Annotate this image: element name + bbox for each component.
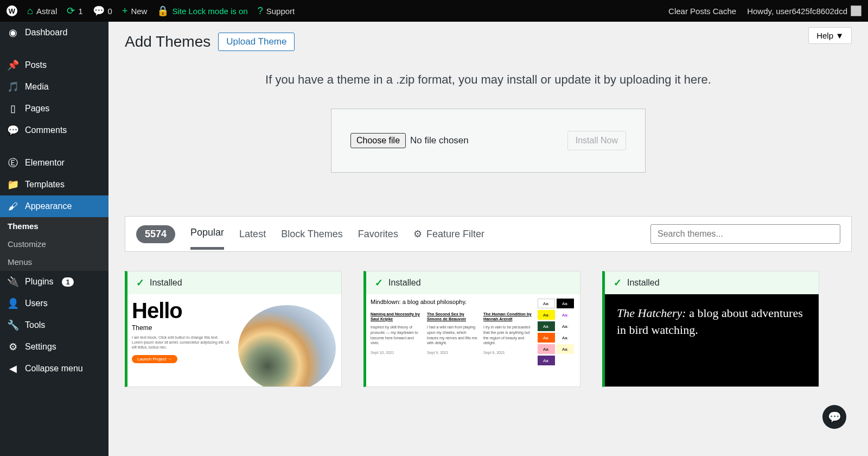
sidebar-item-pages[interactable]: ▯ Pages xyxy=(0,98,108,119)
preview-text: I am text block. Click edit button to ch… xyxy=(132,335,229,350)
sidebar-label: Tools xyxy=(25,320,45,330)
check-icon: ✓ xyxy=(614,277,622,289)
theme-card[interactable]: ✓ Installed Mindblown: a blog about phil… xyxy=(363,271,580,387)
theme-preview: Hello Theme I am text block. Click edit … xyxy=(127,294,341,387)
sidebar-item-posts[interactable]: 📌 Posts xyxy=(0,54,108,76)
clear-cache-label: Clear Posts Cache xyxy=(668,7,736,16)
preview-button: Launch Project → xyxy=(132,355,177,363)
feature-filter-label: Feature Filter xyxy=(426,229,484,240)
sidebar-item-media[interactable]: 🎵 Media xyxy=(0,76,108,98)
sidebar-item-templates[interactable]: 📁 Templates xyxy=(0,174,108,195)
help-label: Help xyxy=(816,31,833,40)
chat-icon: 💬 xyxy=(828,410,841,423)
sidebar-item-dashboard[interactable]: ◉ Dashboard xyxy=(0,22,108,43)
preview-title-italic: The Hatchery: xyxy=(617,306,686,320)
comment-icon: 💬 xyxy=(8,125,18,136)
tab-latest[interactable]: Latest xyxy=(239,229,266,249)
check-icon: ✓ xyxy=(136,277,144,289)
howdy-label: Howdy, user6425fc8602dcd xyxy=(747,7,847,16)
brush-icon: 🖌 xyxy=(8,201,18,212)
theme-card[interactable]: ✓ Installed The Hatchery: a blog about a… xyxy=(602,271,819,387)
new-label: New xyxy=(131,7,147,16)
help-icon: ? xyxy=(258,5,263,17)
preview-image xyxy=(238,305,336,387)
help-button[interactable]: Help ▼ xyxy=(808,27,852,44)
sidebar-item-elementor[interactable]: Ⓔ Elementor xyxy=(0,152,108,174)
preview-col-title: The Second Sex by Simone de Beauvoir xyxy=(427,312,478,321)
upload-theme-button[interactable]: Upload Theme xyxy=(218,33,295,51)
media-icon: 🎵 xyxy=(8,81,18,92)
collapse-icon: ◀ xyxy=(8,363,18,374)
sidebar-label: Media xyxy=(25,82,49,92)
installed-bar: ✓ Installed xyxy=(127,271,341,294)
theme-count: 5574 xyxy=(136,225,175,243)
pin-icon: 📌 xyxy=(8,60,18,71)
sidebar-item-users[interactable]: 👤 Users xyxy=(0,293,108,314)
theme-grid: ✓ Installed Hello Theme I am text block.… xyxy=(125,271,852,387)
sidebar-label: Templates xyxy=(25,180,65,189)
wp-logo[interactable]: W xyxy=(7,5,17,16)
site-link[interactable]: ⌂ Astral xyxy=(27,5,57,17)
refresh-icon: ⟳ xyxy=(67,5,75,17)
preview-col-date: Sept 10, 2021 xyxy=(371,350,422,356)
avatar xyxy=(851,5,861,16)
page-title: Add Themes xyxy=(125,33,210,50)
tab-popular[interactable]: Popular xyxy=(190,227,224,250)
comment-icon: 💬 xyxy=(93,5,105,17)
preview-col-date: Sept 8, 2021 xyxy=(483,350,534,356)
user-icon: 👤 xyxy=(8,298,18,309)
preview-swatches: Aa:Aa: Aa:Aa: Aa:Aa: Aa:Aa: Aa:Aa: Aa: xyxy=(538,299,576,382)
search-input[interactable] xyxy=(650,224,840,244)
updates-link[interactable]: ⟳ 1 xyxy=(67,5,82,17)
installed-label: Installed xyxy=(388,278,421,288)
preview-col-date: Sept 9, 2021 xyxy=(427,350,478,356)
dashboard-icon: ◉ xyxy=(8,27,18,38)
sidebar-item-comments[interactable]: 💬 Comments xyxy=(0,119,108,141)
installed-bar: ✓ Installed xyxy=(366,271,580,294)
comments-link[interactable]: 💬 0 xyxy=(93,5,112,17)
install-now-button[interactable]: Install Now xyxy=(567,131,626,150)
account-menu[interactable]: Howdy, user6425fc8602dcd xyxy=(747,5,861,16)
admin-bar: W ⌂ Astral ⟳ 1 💬 0 + New 🔒 Site Lock mod… xyxy=(0,0,868,22)
sidebar-collapse[interactable]: ◀ Collapse menu xyxy=(0,358,108,379)
sidebar-item-tools[interactable]: 🔧 Tools xyxy=(0,314,108,336)
wrench-icon: 🔧 xyxy=(8,320,18,331)
upload-box: Choose file No file chosen Install Now xyxy=(331,109,646,173)
lock-icon: 🔒 xyxy=(157,5,169,17)
theme-preview: The Hatchery: a blog about adventures in… xyxy=(605,294,819,387)
folder-icon: 📁 xyxy=(8,179,18,190)
plugins-badge: 1 xyxy=(62,277,73,287)
tab-favorites[interactable]: Favorites xyxy=(358,229,398,249)
preview-col-title: The Human Condition by Hannah Arendt xyxy=(483,312,534,321)
plugin-icon: 🔌 xyxy=(8,276,18,287)
submenu-customize[interactable]: Customize xyxy=(0,235,108,253)
installed-label: Installed xyxy=(150,278,182,288)
elementor-icon: Ⓔ xyxy=(8,157,18,168)
support-link[interactable]: ? Support xyxy=(258,5,295,17)
feature-filter[interactable]: ⚙ Feature Filter xyxy=(413,228,484,240)
submenu-themes[interactable]: Themes xyxy=(0,217,108,235)
sliders-icon: ⚙ xyxy=(8,341,18,352)
clear-cache[interactable]: Clear Posts Cache xyxy=(668,7,736,16)
sidebar-label: Dashboard xyxy=(25,28,67,37)
sidebar-item-plugins[interactable]: 🔌 Plugins 1 xyxy=(0,271,108,293)
submenu-menus[interactable]: Menus xyxy=(0,253,108,271)
site-lock[interactable]: 🔒 Site Lock mode is on xyxy=(157,5,247,17)
choose-file-button[interactable]: Choose file xyxy=(350,133,406,148)
theme-card[interactable]: ✓ Installed Hello Theme I am text block.… xyxy=(125,271,342,387)
sidebar-label: Elementor xyxy=(25,158,65,168)
preview-col-text: I try in vain to be persuaded that the p… xyxy=(483,325,534,346)
installed-bar: ✓ Installed xyxy=(605,271,819,294)
updates-count: 1 xyxy=(78,7,82,16)
sidebar-item-appearance[interactable]: 🖌 Appearance xyxy=(0,195,108,217)
sidebar-item-settings[interactable]: ⚙ Settings xyxy=(0,336,108,358)
filter-bar: 5574 Popular Latest Block Themes Favorit… xyxy=(125,216,852,252)
new-link[interactable]: + New xyxy=(122,5,148,17)
preview-col-text: Inspired by skill theory of prosodic — m… xyxy=(371,325,422,346)
site-name: Astral xyxy=(36,7,57,16)
gear-icon: ⚙ xyxy=(413,228,422,240)
admin-sidebar: ◉ Dashboard 📌 Posts 🎵 Media ▯ Pages 💬 Co… xyxy=(0,22,108,456)
chat-bubble[interactable]: 💬 xyxy=(822,405,846,429)
tab-block[interactable]: Block Themes xyxy=(281,229,343,249)
appearance-submenu: Themes Customize Menus xyxy=(0,217,108,271)
